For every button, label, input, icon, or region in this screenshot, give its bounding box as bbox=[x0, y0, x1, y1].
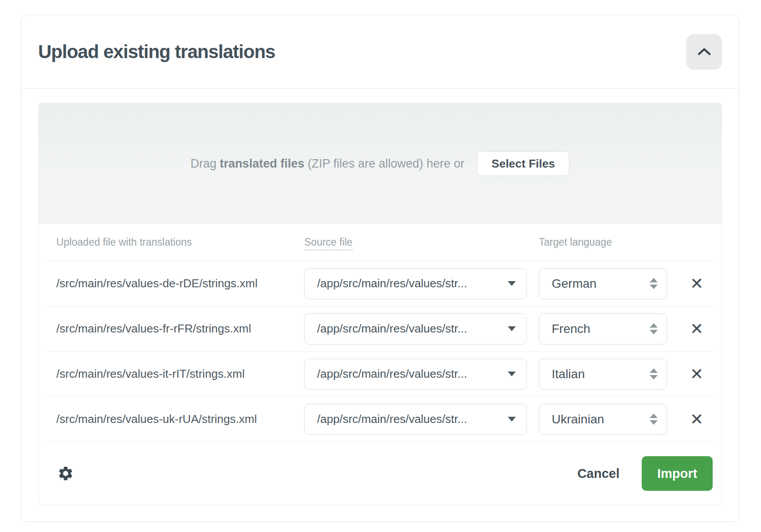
import-button[interactable]: Import bbox=[642, 456, 713, 491]
table-row: /src/main/res/values-fr-rFR/strings.xml … bbox=[47, 306, 713, 352]
caret-updown-icon bbox=[650, 368, 658, 379]
dialog-header: Upload existing translations bbox=[21, 15, 739, 89]
target-language-select[interactable]: French bbox=[539, 313, 667, 344]
remove-row-button[interactable]: ✕ bbox=[685, 272, 708, 295]
source-file-select[interactable]: /app/src/main/res/values/str... bbox=[304, 268, 527, 299]
caret-updown-icon bbox=[650, 414, 658, 425]
table-header-row: Uploaded file with translations Source f… bbox=[47, 224, 713, 261]
remove-row-button[interactable]: ✕ bbox=[685, 363, 708, 386]
caret-down-icon bbox=[508, 372, 516, 376]
collapse-button[interactable] bbox=[686, 34, 722, 70]
uploaded-file-path: /src/main/res/values-fr-rFR/strings.xml bbox=[56, 322, 304, 336]
table-row: /src/main/res/values-it-rIT/strings.xml … bbox=[47, 352, 713, 397]
target-language-value: German bbox=[552, 277, 596, 291]
target-language-select[interactable]: Ukrainian bbox=[539, 404, 667, 435]
target-language-select[interactable]: Italian bbox=[539, 359, 667, 390]
caret-down-icon bbox=[508, 281, 516, 286]
source-file-select[interactable]: /app/src/main/res/values/str... bbox=[304, 404, 527, 435]
uploaded-file-path: /src/main/res/values-it-rIT/strings.xml bbox=[56, 367, 304, 381]
target-language-value: French bbox=[552, 322, 590, 336]
table-row: /src/main/res/values-uk-rUA/strings.xml … bbox=[47, 397, 713, 442]
caret-updown-icon bbox=[650, 323, 658, 334]
translations-table: Uploaded file with translations Source f… bbox=[47, 224, 713, 505]
source-file-header-label[interactable]: Source file bbox=[304, 236, 353, 250]
table-row: /src/main/res/values-de-rDE/strings.xml … bbox=[47, 261, 713, 306]
dropzone-text-prefix: Drag bbox=[191, 157, 220, 170]
dropzone-text: Drag translated files (ZIP files are all… bbox=[191, 157, 465, 171]
column-header-uploaded-file: Uploaded file with translations bbox=[56, 236, 304, 248]
target-language-value: Ukrainian bbox=[552, 412, 604, 426]
remove-row-button[interactable]: ✕ bbox=[685, 408, 708, 431]
caret-updown-icon bbox=[650, 278, 658, 289]
source-file-value: /app/src/main/res/values/str... bbox=[317, 277, 467, 290]
upload-panel: Drag translated files (ZIP files are all… bbox=[38, 103, 722, 505]
target-language-select[interactable]: German bbox=[539, 268, 667, 299]
caret-down-icon bbox=[508, 417, 516, 422]
select-files-button[interactable]: Select Files bbox=[477, 151, 569, 176]
dropzone-text-bold: translated files bbox=[220, 157, 305, 170]
column-header-source-file: Source file bbox=[304, 236, 539, 248]
source-file-value: /app/src/main/res/values/str... bbox=[317, 367, 467, 381]
file-dropzone[interactable]: Drag translated files (ZIP files are all… bbox=[39, 103, 722, 224]
column-header-target-language: Target language bbox=[539, 236, 713, 248]
uploaded-file-path: /src/main/res/values-uk-rUA/strings.xml bbox=[56, 412, 304, 426]
source-file-value: /app/src/main/res/values/str... bbox=[317, 412, 467, 426]
source-file-select[interactable]: /app/src/main/res/values/str... bbox=[304, 359, 527, 390]
target-language-value: Italian bbox=[552, 367, 585, 381]
upload-translations-dialog: Upload existing translations Drag transl… bbox=[21, 15, 739, 522]
footer-actions: Cancel Import bbox=[577, 456, 713, 491]
uploaded-file-path: /src/main/res/values-de-rDE/strings.xml bbox=[56, 277, 304, 290]
cancel-button[interactable]: Cancel bbox=[577, 466, 620, 481]
remove-row-button[interactable]: ✕ bbox=[685, 317, 708, 340]
gear-icon bbox=[57, 465, 74, 482]
page-title: Upload existing translations bbox=[38, 41, 275, 63]
dropzone-text-suffix: (ZIP files are allowed) here or bbox=[304, 157, 464, 170]
source-file-value: /app/src/main/res/values/str... bbox=[317, 322, 467, 336]
chevron-up-icon bbox=[697, 47, 711, 56]
caret-down-icon bbox=[508, 326, 516, 331]
source-file-select[interactable]: /app/src/main/res/values/str... bbox=[304, 313, 527, 344]
import-settings-button[interactable] bbox=[57, 465, 74, 482]
dialog-footer: Cancel Import bbox=[47, 442, 713, 505]
